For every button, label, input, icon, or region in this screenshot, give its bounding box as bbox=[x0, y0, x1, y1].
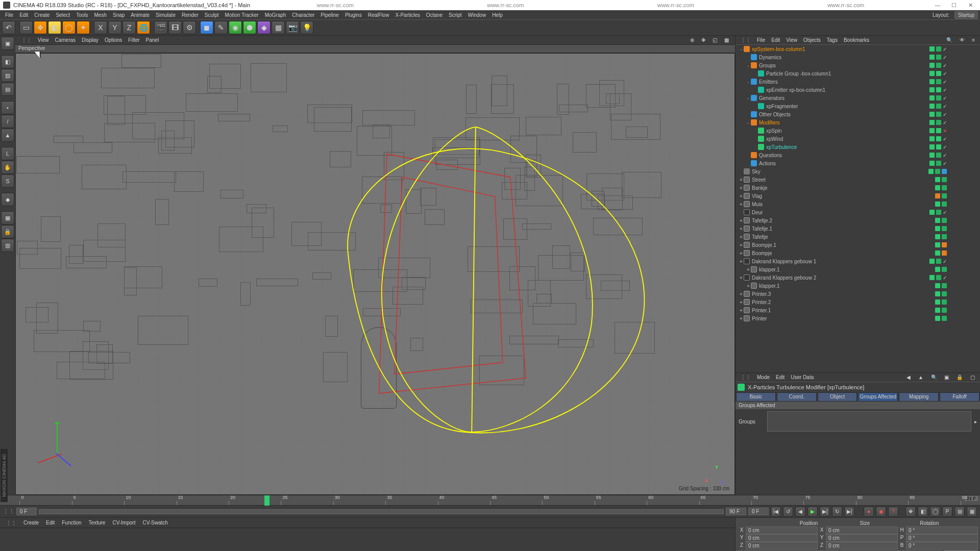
obj-menu-file[interactable]: File bbox=[754, 37, 768, 43]
tweak-mode[interactable]: ✋ bbox=[1, 161, 14, 174]
tree-row[interactable]: xpEmitter xp-box-column1✓ bbox=[736, 86, 980, 94]
object-tags[interactable]: ✓ bbox=[929, 136, 980, 142]
x-axis-lock[interactable]: X bbox=[94, 21, 107, 34]
mat-menu-edit[interactable]: Edit bbox=[43, 520, 58, 525]
start-frame-field[interactable]: 0 F bbox=[16, 508, 37, 515]
vp-pan-icon[interactable]: ✥ bbox=[698, 37, 708, 43]
object-tags[interactable]: ✕ bbox=[929, 128, 980, 134]
tree-row[interactable]: +Boompje bbox=[736, 249, 980, 257]
tree-row[interactable]: Deur✓ bbox=[736, 208, 980, 216]
close-button[interactable]: ✕ bbox=[964, 1, 977, 9]
array-tool[interactable]: ⬢ bbox=[243, 21, 256, 34]
tab-basic[interactable]: Basic bbox=[736, 392, 776, 402]
menu-tools[interactable]: Tools bbox=[73, 12, 91, 18]
current-frame-field[interactable]: 0 F bbox=[748, 508, 769, 515]
grip-icon[interactable]: ⋮⋮ bbox=[738, 374, 754, 380]
tree-row[interactable]: -xpSystem-box-column1✓ bbox=[736, 45, 980, 53]
size-z-field[interactable] bbox=[826, 542, 898, 549]
object-tags[interactable]: ✓ bbox=[929, 63, 980, 68]
object-name[interactable]: Boompje.1 bbox=[752, 242, 935, 248]
menu-motion-tracker[interactable]: Motion Tracker bbox=[222, 12, 262, 18]
object-tags[interactable]: ✓ bbox=[929, 161, 980, 166]
object-name[interactable]: Street bbox=[752, 177, 935, 183]
object-name[interactable]: Actions bbox=[759, 161, 929, 166]
mat-menu-cv-import[interactable]: CV-Import bbox=[109, 520, 138, 525]
tab-object[interactable]: Object bbox=[818, 392, 857, 402]
tree-row[interactable]: +Printer.3 bbox=[736, 290, 980, 298]
rot-b-field[interactable] bbox=[906, 542, 978, 549]
object-tags[interactable]: ✓ bbox=[929, 112, 980, 117]
object-name[interactable]: klapper.1 bbox=[759, 283, 935, 289]
expander-icon[interactable]: + bbox=[739, 234, 744, 240]
tree-row[interactable]: +Boompje.1 bbox=[736, 241, 980, 249]
tab-falloff[interactable]: Falloff bbox=[940, 392, 979, 402]
mat-menu-cv-swatch[interactable]: CV-Swatch bbox=[139, 520, 170, 525]
tree-row[interactable]: +Dakrand Klappers gebouw 2✓ bbox=[736, 273, 980, 282]
tree-row[interactable]: +Tafeltje bbox=[736, 233, 980, 241]
expander-icon[interactable]: + bbox=[739, 275, 744, 281]
max-icon[interactable]: ▢ bbox=[967, 374, 978, 380]
tree-row[interactable]: xpSpin✕ bbox=[736, 127, 980, 135]
menu-select[interactable]: Select bbox=[53, 12, 73, 18]
search-icon[interactable]: 🔍 bbox=[943, 37, 955, 43]
tree-row[interactable]: Particle Group -box-column1✓ bbox=[736, 69, 980, 78]
menu-mesh[interactable]: Mesh bbox=[91, 12, 110, 18]
last-tool[interactable]: ✦ bbox=[77, 21, 90, 34]
object-tags[interactable]: ✓ bbox=[929, 55, 980, 60]
object-tags[interactable]: ✓ bbox=[929, 46, 980, 52]
object-name[interactable]: xpTurbulence bbox=[766, 144, 929, 150]
prev-frame[interactable]: ◀ bbox=[795, 507, 805, 517]
menu-simulate[interactable]: Simulate bbox=[153, 12, 179, 18]
obj-menu-tags[interactable]: Tags bbox=[824, 37, 841, 43]
vp-menu-filter[interactable]: Filter bbox=[125, 37, 142, 43]
grip-icon[interactable]: ⋮⋮ bbox=[3, 508, 14, 515]
pen-tool[interactable]: ✎ bbox=[214, 21, 228, 34]
vp-zoom-icon[interactable]: ◱ bbox=[709, 37, 720, 43]
workplane-mode[interactable]: ▤ bbox=[1, 83, 14, 96]
tree-row[interactable]: +Tafeltje.2 bbox=[736, 216, 980, 224]
object-name[interactable]: Bankje bbox=[752, 185, 935, 191]
obj-menu-view[interactable]: View bbox=[783, 37, 800, 43]
object-name[interactable]: Particle Group -box-column1 bbox=[766, 71, 929, 77]
object-name[interactable]: xpSystem-box-column1 bbox=[752, 46, 929, 52]
tree-row[interactable]: Questions✓ bbox=[736, 151, 980, 159]
polygon-mode[interactable]: ▲ bbox=[1, 129, 14, 142]
tree-row[interactable]: +Printer.1 bbox=[736, 306, 980, 314]
render-region[interactable]: 🎞 bbox=[168, 21, 182, 34]
main-menubar[interactable]: FileEditCreateSelectToolsMeshSnapAnimate… bbox=[0, 10, 980, 19]
menu-x-particles[interactable]: X-Particles bbox=[392, 12, 423, 18]
vp-nav-icon[interactable]: ⊕ bbox=[687, 37, 697, 43]
coord-system[interactable]: 🌐 bbox=[137, 21, 150, 34]
object-tags[interactable] bbox=[935, 267, 980, 272]
expander-icon[interactable]: + bbox=[739, 193, 744, 199]
object-tags[interactable]: ✓ bbox=[929, 153, 980, 158]
object-tags[interactable] bbox=[935, 177, 980, 182]
object-name[interactable]: Tafeltje bbox=[752, 234, 935, 240]
menu-realflow[interactable]: RealFlow bbox=[365, 12, 393, 18]
autokey-button[interactable]: ◉ bbox=[876, 507, 886, 517]
object-name[interactable]: Muis bbox=[752, 202, 935, 207]
tree-row[interactable]: xpTurbulence✓ bbox=[736, 143, 980, 151]
groups-dropzone[interactable] bbox=[767, 411, 971, 432]
object-tags[interactable] bbox=[935, 193, 980, 198]
tree-row[interactable]: -Generators✓ bbox=[736, 94, 980, 102]
object-name[interactable]: Emitters bbox=[759, 79, 929, 85]
prev-key[interactable]: ↺ bbox=[783, 507, 793, 517]
menu-help[interactable]: Help bbox=[489, 12, 506, 18]
object-tags[interactable]: ✓ bbox=[929, 71, 980, 77]
goto-end[interactable]: ▶| bbox=[844, 507, 854, 517]
menu-animate[interactable]: Animate bbox=[128, 12, 153, 18]
mat-menu-create[interactable]: Create bbox=[20, 520, 42, 525]
object-tags[interactable] bbox=[928, 169, 980, 174]
key-anim[interactable]: ▦ bbox=[967, 507, 977, 517]
menu-render[interactable]: Render bbox=[179, 12, 202, 18]
attr-menu-user-data[interactable]: User Data bbox=[788, 374, 817, 380]
tree-row[interactable]: xpFragmenter✓ bbox=[736, 102, 980, 110]
expander-icon[interactable]: + bbox=[739, 299, 744, 305]
list-icon[interactable]: ≡ bbox=[969, 37, 978, 43]
object-name[interactable]: Groups bbox=[759, 63, 929, 68]
play-button[interactable]: ▶ bbox=[807, 507, 818, 517]
expander-icon[interactable]: - bbox=[746, 95, 751, 101]
attr-menu-edit[interactable]: Edit bbox=[773, 374, 788, 380]
pos-x-field[interactable] bbox=[746, 527, 818, 534]
